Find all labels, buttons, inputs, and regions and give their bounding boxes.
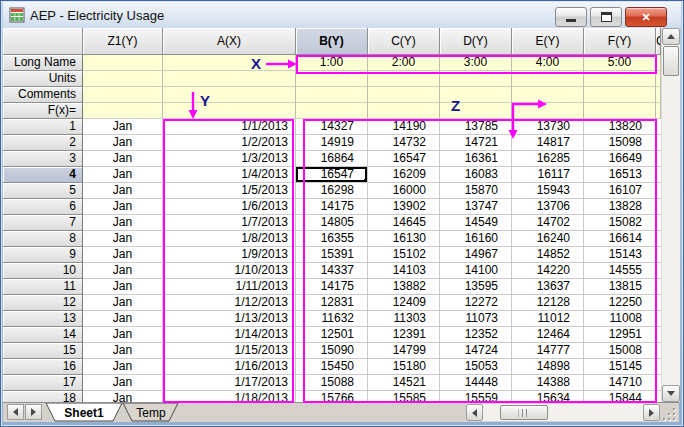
h-scroll-thumb[interactable] <box>500 405 548 420</box>
data-cell[interactable]: 14100 <box>440 263 512 279</box>
v-scroll-thumb[interactable] <box>663 46 679 76</box>
sheet-tab-temp-label[interactable]: Temp <box>136 406 166 420</box>
label-cell[interactable] <box>163 55 296 71</box>
row-header-8[interactable]: 8 <box>3 231 83 247</box>
data-cell[interactable]: 16361 <box>440 151 512 167</box>
data-cell[interactable]: 12352 <box>440 327 512 343</box>
worksheet-icon[interactable] <box>9 7 25 23</box>
data-cell[interactable]: 1/8/2013 <box>163 231 296 247</box>
data-cell[interactable]: Jan <box>83 311 163 327</box>
data-cell[interactable]: 15585 <box>368 391 440 402</box>
data-cell[interactable]: 14190 <box>368 119 440 135</box>
data-cell[interactable]: 1/2/2013 <box>163 135 296 151</box>
data-cell[interactable]: 15143 <box>584 247 656 263</box>
fill-handle[interactable] <box>364 179 368 183</box>
row-header-9[interactable]: 9 <box>3 247 83 263</box>
label-cell[interactable] <box>296 71 368 87</box>
data-cell[interactable]: 12951 <box>584 327 656 343</box>
data-cell[interactable]: 14175 <box>296 279 368 295</box>
data-cell[interactable]: 14521 <box>368 375 440 391</box>
row-header-3[interactable]: 3 <box>3 151 83 167</box>
data-cell[interactable]: 11012 <box>512 311 584 327</box>
data-cell[interactable]: 15559 <box>440 391 512 402</box>
data-cell[interactable]: 15391 <box>296 247 368 263</box>
data-cell[interactable]: 14220 <box>512 263 584 279</box>
data-cell[interactable]: Jan <box>83 327 163 343</box>
data-cell[interactable]: 15008 <box>584 343 656 359</box>
data-cell[interactable]: 15766 <box>296 391 368 402</box>
data-cell[interactable]: Jan <box>83 135 163 151</box>
label-cell[interactable] <box>512 87 584 103</box>
data-cell[interactable]: 16298 <box>296 183 368 199</box>
data-cell[interactable]: 12831 <box>296 295 368 311</box>
column-header-cy[interactable]: C(Y) <box>368 28 440 55</box>
data-cell[interactable]: 1/15/2013 <box>163 343 296 359</box>
data-cell[interactable]: 13785 <box>440 119 512 135</box>
data-cell[interactable]: 15450 <box>296 359 368 375</box>
row-header-16[interactable]: 16 <box>3 359 83 375</box>
data-cell[interactable]: 13747 <box>440 199 512 215</box>
data-cell[interactable]: 15943 <box>512 183 584 199</box>
label-cell[interactable] <box>512 71 584 87</box>
data-cell[interactable]: 16117 <box>512 167 584 183</box>
data-cell[interactable]: 14898 <box>512 359 584 375</box>
maximize-button[interactable] <box>590 7 622 27</box>
row-header-11[interactable]: 11 <box>3 279 83 295</box>
data-cell[interactable]: 11303 <box>368 311 440 327</box>
tab-scroll-left-button[interactable] <box>7 404 24 420</box>
tab-scroll-right-button[interactable] <box>25 404 42 420</box>
label-cell[interactable] <box>440 71 512 87</box>
data-cell[interactable]: 13828 <box>584 199 656 215</box>
data-cell[interactable]: 14645 <box>368 215 440 231</box>
label-cell[interactable] <box>296 87 368 103</box>
data-cell[interactable]: 12128 <box>512 295 584 311</box>
label-cell[interactable]: 1:00 <box>296 55 368 71</box>
data-cell[interactable]: Jan <box>83 359 163 375</box>
data-cell[interactable]: 15634 <box>512 391 584 402</box>
data-cell[interactable]: 15180 <box>368 359 440 375</box>
data-cell[interactable]: 11073 <box>440 311 512 327</box>
label-cell[interactable] <box>584 87 656 103</box>
data-cell[interactable]: 16240 <box>512 231 584 247</box>
sheet-tab-sheet1-label[interactable]: Sheet1 <box>64 406 104 420</box>
data-cell[interactable]: 1/12/2013 <box>163 295 296 311</box>
scroll-right-button[interactable] <box>643 404 660 421</box>
data-cell[interactable]: 12464 <box>512 327 584 343</box>
data-cell[interactable]: 15090 <box>296 343 368 359</box>
data-cell[interactable]: 16107 <box>584 183 656 199</box>
data-cell[interactable]: 16864 <box>296 151 368 167</box>
data-cell[interactable]: Jan <box>83 183 163 199</box>
data-cell[interactable]: 12409 <box>368 295 440 311</box>
row-header-2[interactable]: 2 <box>3 135 83 151</box>
title-bar[interactable]: AEP - Electricity Usage ✕ <box>3 2 681 29</box>
data-cell[interactable]: 12501 <box>296 327 368 343</box>
data-cell[interactable]: 13882 <box>368 279 440 295</box>
row-header-1[interactable]: 1 <box>3 119 83 135</box>
column-header-dy[interactable]: D(Y) <box>440 28 512 55</box>
data-cell[interactable]: Jan <box>83 343 163 359</box>
scroll-left-button[interactable] <box>466 404 483 421</box>
data-cell[interactable]: 16285 <box>512 151 584 167</box>
label-cell[interactable] <box>584 71 656 87</box>
data-cell[interactable]: 1/6/2013 <box>163 199 296 215</box>
data-cell[interactable]: 14175 <box>296 199 368 215</box>
data-cell[interactable]: Jan <box>83 215 163 231</box>
data-cell[interactable]: 1/17/2013 <box>163 375 296 391</box>
data-cell[interactable]: Jan <box>83 391 163 402</box>
data-cell[interactable]: 14327 <box>296 119 368 135</box>
data-cell[interactable]: 15082 <box>584 215 656 231</box>
data-cell[interactable]: 15102 <box>368 247 440 263</box>
data-cell[interactable]: 15145 <box>584 359 656 375</box>
scroll-down-button[interactable] <box>662 385 680 402</box>
data-cell[interactable]: 14388 <box>512 375 584 391</box>
label-cell[interactable] <box>83 55 163 71</box>
column-header-by[interactable]: B(Y) <box>296 28 368 55</box>
data-cell[interactable]: 14555 <box>584 263 656 279</box>
data-cell[interactable]: 13820 <box>584 119 656 135</box>
row-label-units[interactable]: Units <box>3 71 83 87</box>
data-cell[interactable]: 13902 <box>368 199 440 215</box>
label-cell[interactable] <box>368 71 440 87</box>
resize-grip[interactable] <box>661 406 675 420</box>
data-cell[interactable]: 14777 <box>512 343 584 359</box>
data-cell[interactable]: Jan <box>83 119 163 135</box>
